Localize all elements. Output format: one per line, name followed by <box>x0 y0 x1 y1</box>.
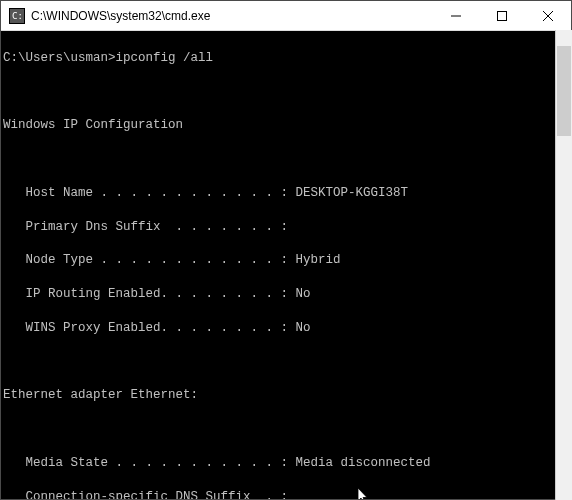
iprouting-value: No <box>296 287 311 301</box>
prompt: C:\Users\usman> <box>3 51 116 65</box>
winsproxy-label: WINS Proxy Enabled. . . . . . . . : <box>3 321 296 335</box>
primarydns-label: Primary Dns Suffix . . . . . . . : <box>3 220 288 234</box>
svg-rect-4 <box>498 11 507 20</box>
hostname-value: DESKTOP-KGGI38T <box>296 186 409 200</box>
cmd-icon: C: <box>9 8 25 24</box>
scrollbar-thumb[interactable] <box>557 46 571 136</box>
command-text: ipconfig /all <box>116 51 214 65</box>
terminal-output[interactable]: C:\Users\usman>ipconfig /all Windows IP … <box>1 31 571 499</box>
eth-media-label: Media State . . . . . . . . . . . : <box>3 456 296 470</box>
nodetype-label: Node Type . . . . . . . . . . . . : <box>3 253 296 267</box>
titlebar[interactable]: C: C:\WINDOWS\system32\cmd.exe <box>1 1 571 31</box>
minimize-button[interactable] <box>433 1 479 30</box>
section-header: Windows IP Configuration <box>3 117 571 134</box>
nodetype-value: Hybrid <box>296 253 341 267</box>
iprouting-label: IP Routing Enabled. . . . . . . . : <box>3 287 296 301</box>
eth-media-value: Media disconnected <box>296 456 431 470</box>
svg-text:C:: C: <box>12 11 23 21</box>
hostname-label: Host Name . . . . . . . . . . . . : <box>3 186 296 200</box>
window-controls <box>433 1 571 30</box>
window-title: C:\WINDOWS\system32\cmd.exe <box>31 9 433 23</box>
eth-cdsuffix-label: Connection-specific DNS Suffix . : <box>3 490 288 499</box>
close-button[interactable] <box>525 1 571 30</box>
maximize-button[interactable] <box>479 1 525 30</box>
winsproxy-value: No <box>296 321 311 335</box>
vertical-scrollbar[interactable] <box>555 30 572 500</box>
cmd-window: C: C:\WINDOWS\system32\cmd.exe C:\Users\… <box>0 0 572 500</box>
ethernet-section-title: Ethernet adapter Ethernet: <box>3 387 571 404</box>
